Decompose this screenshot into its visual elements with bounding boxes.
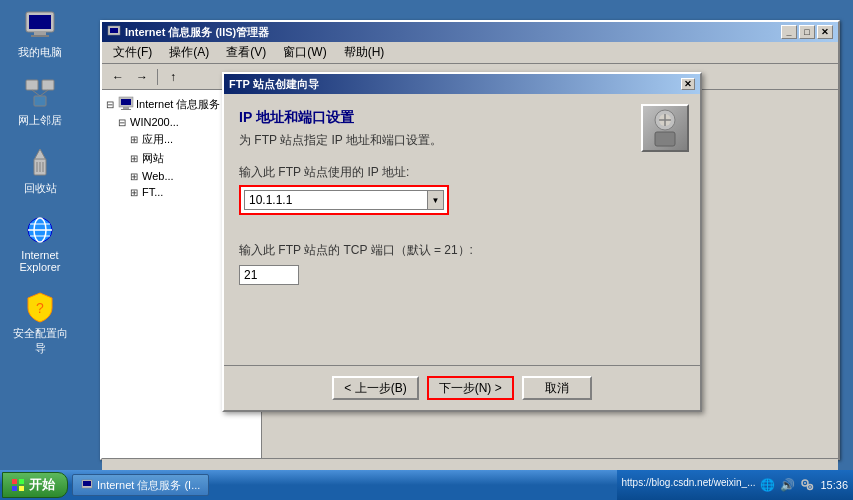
recycle-icon[interactable]: 回收站 [10,146,70,196]
tree-expand-ftp: ⊞ [130,187,140,198]
my-computer-label: 我的电脑 [18,45,62,60]
taskbar-clock: 15:36 [820,479,848,491]
network-notify-icon: 🌐 [759,477,775,493]
svg-rect-3 [31,35,49,37]
tree-web-label: Web... [142,170,174,182]
ie-label: Internet Explorer [10,249,70,273]
svg-line-8 [40,90,48,96]
close-button[interactable]: ✕ [817,25,833,39]
network-icon[interactable]: 网上邻居 [10,78,70,128]
iis-titlebar: Internet 信息服务 (IIS)管理器 _ □ ✕ [102,22,838,42]
tree-expand-web: ⊞ [130,171,140,182]
wizard-icon [645,108,685,148]
ftp-dialog-subtitle: 为 FTP 站点指定 IP 地址和端口设置。 [239,132,615,149]
ip-input-group: ▼ [239,185,615,227]
minimize-button[interactable]: _ [781,25,797,39]
svg-rect-34 [19,486,24,491]
svg-rect-5 [42,80,54,90]
gears-icon [799,477,815,493]
tree-expand-win2003: ⊟ [118,117,128,128]
security-label: 安全配置向导 [10,326,70,356]
iis-title-area: Internet 信息服务 (IIS)管理器 [107,25,269,40]
security-config-icon[interactable]: ? 安全配置向导 [10,291,70,356]
ftp-dialog-body: IP 地址和端口设置 为 FTP 站点指定 IP 地址和端口设置。 输入此 FT… [224,94,700,410]
svg-line-7 [32,90,40,96]
ip-dropdown-button[interactable]: ▼ [427,191,443,209]
recycle-label: 回收站 [24,181,57,196]
tree-root-label: Internet 信息服务 [136,97,220,112]
my-computer-image [24,10,56,42]
ip-field-label: 输入此 FTP 站点使用的 IP 地址: [239,164,615,181]
tree-expand-website: ⊞ [130,153,140,164]
svg-text:?: ? [36,300,44,316]
tcp-port-input[interactable] [239,265,299,285]
svg-rect-32 [19,479,24,484]
tree-expand-apps: ⊞ [130,134,140,145]
network-label: 网上邻居 [18,113,62,128]
svg-rect-33 [12,486,17,491]
security-image: ? [24,291,56,323]
back-button[interactable]: ← [107,67,129,87]
menu-window[interactable]: 窗口(W) [277,42,332,63]
taskbar-item-iis[interactable]: Internet 信息服务 (I... [72,474,209,496]
menu-file[interactable]: 文件(F) [107,42,158,63]
ftp-dialog-title: FTP 站点创建向导 [229,77,319,92]
svg-rect-27 [655,132,675,146]
ftp-dialog-titlebar: FTP 站点创建向导 ✕ [224,74,700,94]
ftp-dialog-section-title: IP 地址和端口设置 [239,109,615,127]
taskbar: 开始 Internet 信息服务 (I... https://blog.csdn… [0,470,853,500]
iis-window: Internet 信息服务 (IIS)管理器 _ □ ✕ 文件(F) 操作(A)… [100,20,840,460]
taskbar-item-iis-label: Internet 信息服务 (I... [97,478,200,493]
next-step-button[interactable]: 下一步(N) > [427,376,514,400]
ftp-dialog-close-button[interactable]: ✕ [681,78,695,90]
tree-expand-root: ⊟ [106,99,116,110]
tree-win2003-label: WIN200... [130,116,179,128]
ftp-dialog-left: IP 地址和端口设置 为 FTP 站点指定 IP 地址和端口设置。 输入此 FT… [224,94,630,410]
tree-ftp-label: FT... [142,186,163,198]
toolbar-separator [157,69,158,85]
svg-rect-21 [110,28,118,33]
desktop: 我的电脑 网上邻居 [0,0,853,500]
ie-icon[interactable]: Internet Explorer [10,214,70,273]
my-computer-icon[interactable]: 我的电脑 [10,10,70,60]
start-logo-icon [11,478,25,492]
iis-menubar: 文件(F) 操作(A) 查看(V) 窗口(W) 帮助(H) [102,42,838,64]
tree-computer-icon [118,96,134,112]
svg-rect-6 [34,96,46,106]
menu-action[interactable]: 操作(A) [163,42,215,63]
back-step-button[interactable]: < 上一步(B) [332,376,418,400]
ip-input[interactable] [245,191,427,209]
ftp-dialog: FTP 站点创建向导 ✕ IP 地址和端口设置 为 FTP 站点指定 IP 地址… [222,72,702,412]
svg-rect-23 [121,99,131,105]
start-button[interactable]: 开始 [2,472,68,498]
taskbar-notify-icons: https://blog.csdn.net/weixin_... 🌐 🔊 [622,477,816,493]
cancel-button[interactable]: 取消 [522,376,592,400]
menu-help[interactable]: 帮助(H) [338,42,391,63]
restore-button[interactable]: □ [799,25,815,39]
svg-rect-1 [29,15,51,29]
ip-dropdown[interactable]: ▼ [244,190,444,210]
ie-image [24,214,56,246]
svg-rect-31 [12,479,17,484]
network-image [24,78,56,110]
tree-apps-label: 应用... [142,132,173,147]
ftp-dialog-icon [641,104,689,152]
svg-rect-25 [121,109,131,110]
svg-marker-9 [34,149,46,160]
iis-window-title: Internet 信息服务 (IIS)管理器 [125,25,269,40]
svg-point-40 [809,486,811,488]
taskbar-right: https://blog.csdn.net/weixin_... 🌐 🔊 15:… [617,470,854,500]
menu-view[interactable]: 查看(V) [220,42,272,63]
up-button[interactable]: ↑ [162,67,184,87]
taskbar-url: https://blog.csdn.net/weixin_... [622,477,756,493]
tcp-field-label: 输入此 FTP 站点的 TCP 端口（默认 = 21）: [239,242,615,259]
ip-input-container: ▼ [239,185,449,215]
svg-rect-24 [123,107,129,109]
desktop-icons: 我的电脑 网上邻居 [10,10,70,356]
forward-button[interactable]: → [131,67,153,87]
svg-rect-36 [83,481,91,486]
tree-website-label: 网站 [142,151,164,166]
svg-rect-2 [34,32,46,35]
ftp-dialog-footer: < 上一步(B) 下一步(N) > 取消 [224,365,700,410]
svg-rect-4 [26,80,38,90]
